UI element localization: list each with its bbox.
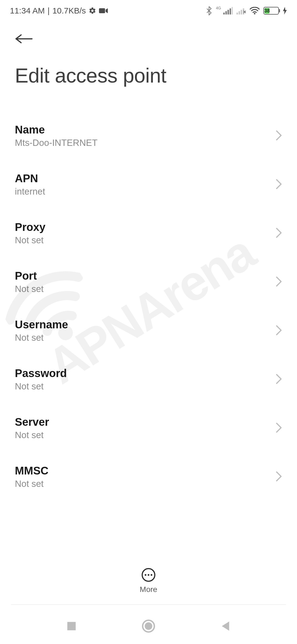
setting-name[interactable]: Name Mts-Doo-INTERNET xyxy=(0,111,297,160)
svg-rect-1 xyxy=(223,13,225,15)
chevron-right-icon xyxy=(276,276,282,288)
battery-indicator: 38 xyxy=(263,7,279,15)
page-title: Edit access point xyxy=(15,64,282,87)
apn-settings-list: Name Mts-Doo-INTERNET APN internet Proxy… xyxy=(0,111,297,497)
bottom-action-bar: More xyxy=(0,559,297,603)
svg-point-10 xyxy=(254,13,255,14)
chevron-right-icon xyxy=(276,227,282,239)
svg-point-15 xyxy=(148,574,149,576)
more-button[interactable]: More xyxy=(140,567,157,594)
svg-rect-5 xyxy=(232,7,233,14)
setting-mmsc[interactable]: MMSC Not set xyxy=(0,452,297,497)
chevron-right-icon xyxy=(276,325,282,337)
svg-point-14 xyxy=(145,574,146,576)
chevron-right-icon xyxy=(276,373,282,386)
nav-recent-button[interactable] xyxy=(62,616,81,636)
gear-icon xyxy=(89,7,96,15)
setting-label: Username xyxy=(15,318,68,331)
status-sep: | xyxy=(48,6,50,15)
setting-value: Not set xyxy=(15,430,49,440)
setting-value: Not set xyxy=(15,235,45,245)
status-left: 11:34 AM | 10.7KB/s xyxy=(10,6,108,15)
system-nav-bar xyxy=(0,608,297,644)
setting-label: Name xyxy=(15,124,98,136)
setting-value: internet xyxy=(15,186,45,197)
setting-apn[interactable]: APN internet xyxy=(0,160,297,209)
wifi-icon xyxy=(250,7,260,15)
setting-value: Not set xyxy=(15,381,67,392)
square-icon xyxy=(66,621,77,631)
setting-label: Port xyxy=(15,270,44,282)
setting-value: Not set xyxy=(15,284,44,294)
setting-username[interactable]: Username Not set xyxy=(0,306,297,355)
setting-value: Mts-Doo-INTERNET xyxy=(15,138,98,148)
svg-rect-7 xyxy=(239,11,240,15)
status-bar: 11:34 AM | 10.7KB/s 4G 38 xyxy=(0,0,297,21)
setting-proxy[interactable]: Proxy Not set xyxy=(0,209,297,258)
svg-rect-2 xyxy=(226,11,227,15)
more-horiz-icon xyxy=(141,567,156,582)
signal-sim2-icon xyxy=(237,7,246,15)
bluetooth-icon xyxy=(206,6,212,15)
status-right: 4G 38 xyxy=(206,6,287,15)
nav-home-button[interactable] xyxy=(139,616,158,636)
arrow-left-icon xyxy=(15,33,34,44)
setting-label: Proxy xyxy=(15,221,45,233)
signal-4g-label: 4G xyxy=(216,6,221,10)
more-label: More xyxy=(140,585,157,594)
triangle-left-icon xyxy=(221,621,230,632)
setting-value: Not set xyxy=(15,479,48,489)
svg-point-19 xyxy=(145,622,152,630)
header: Edit access point xyxy=(0,21,297,87)
signal-sim1-icon xyxy=(223,7,233,15)
setting-label: MMSC xyxy=(15,465,48,477)
setting-password[interactable]: Password Not set xyxy=(0,355,297,404)
svg-rect-3 xyxy=(227,10,229,15)
svg-rect-8 xyxy=(241,10,242,15)
svg-rect-0 xyxy=(99,8,105,13)
circle-icon xyxy=(142,619,155,633)
camera-icon xyxy=(99,7,108,14)
chevron-right-icon xyxy=(276,422,282,434)
svg-point-16 xyxy=(151,574,152,576)
setting-label: Server xyxy=(15,416,49,428)
chevron-right-icon xyxy=(276,130,282,142)
svg-rect-4 xyxy=(230,9,231,15)
battery-pct: 38 xyxy=(265,8,270,13)
chevron-right-icon xyxy=(276,471,282,483)
svg-rect-6 xyxy=(237,13,238,15)
setting-label: Password xyxy=(15,367,67,380)
svg-rect-17 xyxy=(67,622,76,630)
setting-value: Not set xyxy=(15,332,68,343)
setting-server[interactable]: Server Not set xyxy=(0,404,297,452)
back-button[interactable] xyxy=(15,29,34,48)
chevron-right-icon xyxy=(276,179,282,191)
setting-label: APN xyxy=(15,172,45,185)
status-time: 11:34 AM xyxy=(10,6,45,15)
setting-port[interactable]: Port Not set xyxy=(0,258,297,306)
charging-icon xyxy=(283,7,287,15)
bottom-separator xyxy=(11,604,286,605)
status-net-speed: 10.7KB/s xyxy=(53,6,86,15)
nav-back-button[interactable] xyxy=(216,616,235,636)
